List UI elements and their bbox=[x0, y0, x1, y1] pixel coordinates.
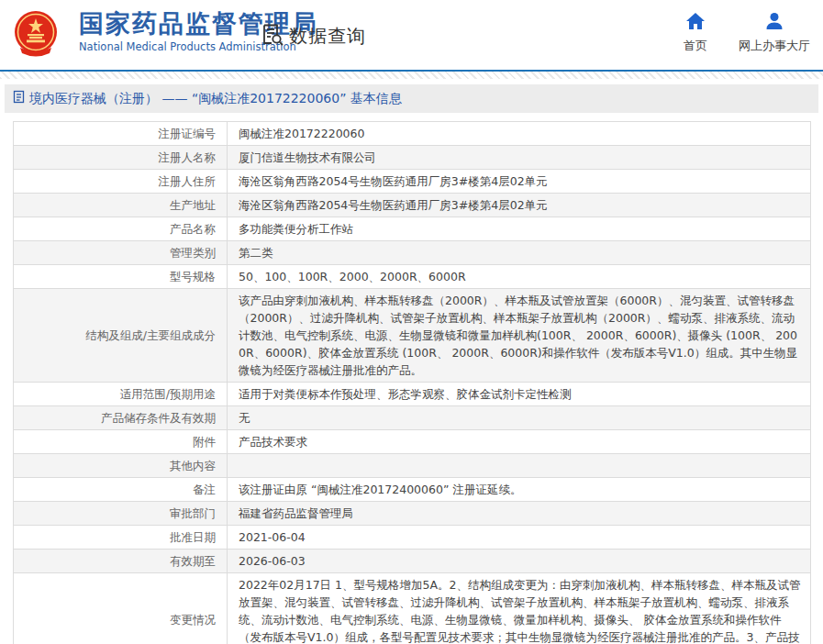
breadcrumb: 境内医疗器械（注册） —— “闽械注准20172220060” 基本信息 bbox=[5, 84, 818, 113]
row-value: 2026-06-03 bbox=[228, 550, 811, 573]
table-row: 备注该注册证由原 “闽械注准20172400060” 注册证延续。 bbox=[14, 478, 811, 502]
table-row: 产品名称多功能粪便分析工作站 bbox=[14, 217, 811, 241]
registration-info-table-wrap: 注册证编号闽械注准20172220060注册人名称厦门信道生物技术有限公司注册人… bbox=[13, 121, 811, 644]
table-row: 型号规格50、100、100R、2000、2000R、6000R bbox=[14, 265, 811, 289]
registration-info-table: 注册证编号闽械注准20172220060注册人名称厦门信道生物技术有限公司注册人… bbox=[13, 121, 811, 644]
row-label: 产品储存条件及有效期 bbox=[14, 406, 228, 430]
row-value: 适用于对粪便标本作预处理、形态学观察、胶体金试剂卡定性检测 bbox=[228, 383, 811, 406]
breadcrumb-text: 境内医疗器械（注册） —— “闽械注准20172220060” 基本信息 bbox=[29, 91, 402, 107]
row-label: 附件 bbox=[14, 430, 228, 454]
table-row: 产品储存条件及有效期无 bbox=[14, 406, 811, 430]
table-row: 适用范围/预期用途适用于对粪便标本作预处理、形态学观察、胶体金试剂卡定性检测 bbox=[14, 383, 811, 406]
nav-online-hall[interactable]: 网上办事大厅 bbox=[739, 12, 810, 54]
header-nav: 首页 网上办事大厅 bbox=[684, 12, 810, 54]
table-row: 有效期至2026-06-03 bbox=[14, 550, 811, 573]
table-row: 变更情况2022年02月17日 1、型号规格增加5A。2、结构组成变更为：由穿刺… bbox=[14, 573, 811, 644]
row-value: 多功能粪便分析工作站 bbox=[228, 217, 811, 241]
row-label: 批准日期 bbox=[14, 526, 228, 550]
document-search-icon bbox=[260, 22, 284, 50]
row-value: 厦门信道生物技术有限公司 bbox=[228, 146, 811, 170]
nav-home-label: 首页 bbox=[684, 38, 707, 54]
row-value: 无 bbox=[228, 406, 811, 430]
table-row: 管理类别第二类 bbox=[14, 241, 811, 265]
person-icon bbox=[764, 12, 784, 34]
table-row: 审批部门福建省药品监督管理局 bbox=[14, 502, 811, 526]
document-icon bbox=[13, 90, 25, 107]
table-row: 附件产品技术要求 bbox=[14, 430, 811, 454]
hatch-band bbox=[0, 72, 823, 79]
data-query-title[interactable]: 数据查询 bbox=[260, 22, 366, 50]
nav-home[interactable]: 首页 bbox=[684, 12, 707, 54]
row-label: 审批部门 bbox=[14, 502, 228, 526]
home-icon bbox=[685, 12, 706, 34]
table-row: 生产地址海沧区翁角西路2054号生物医药通用厂房3#楼第4层02单元 bbox=[14, 194, 811, 217]
page-header: 国家药品监督管理局 National Medical Products Admi… bbox=[0, 0, 823, 70]
data-query-label: 数据查询 bbox=[289, 24, 366, 49]
row-value: 产品技术要求 bbox=[228, 430, 811, 454]
info-table-body: 注册证编号闽械注准20172220060注册人名称厦门信道生物技术有限公司注册人… bbox=[14, 122, 811, 644]
row-value: 该产品由穿刺加液机构、样本瓶转移盘（2000R）、样本瓶及试管放置架（6000R… bbox=[228, 289, 811, 383]
nav-online-hall-label: 网上办事大厅 bbox=[739, 38, 810, 54]
row-value: 50、100、100R、2000、2000R、6000R bbox=[228, 265, 811, 289]
row-value bbox=[228, 454, 811, 478]
row-value: 2022年02月17日 1、型号规格增加5A。2、结构组成变更为：由穿刺加液机构… bbox=[228, 573, 811, 644]
national-emblem-icon bbox=[9, 7, 62, 61]
row-value: 海沧区翁角西路2054号生物医药通用厂房3#楼第4层02单元 bbox=[228, 170, 811, 194]
row-value: 闽械注准20172220060 bbox=[228, 122, 811, 146]
row-value: 海沧区翁角西路2054号生物医药通用厂房3#楼第4层02单元 bbox=[228, 194, 811, 217]
row-label: 生产地址 bbox=[14, 194, 228, 217]
row-label: 适用范围/预期用途 bbox=[14, 383, 228, 406]
table-row: 注册人住所海沧区翁角西路2054号生物医药通用厂房3#楼第4层02单元 bbox=[14, 170, 811, 194]
row-value: 该注册证由原 “闽械注准20172400060” 注册证延续。 bbox=[228, 478, 811, 502]
row-label: 变更情况 bbox=[14, 573, 228, 644]
row-label: 注册人住所 bbox=[14, 170, 228, 194]
row-label: 结构及组成/主要组成成分 bbox=[14, 289, 228, 383]
table-row: 注册证编号闽械注准20172220060 bbox=[14, 122, 811, 146]
row-label: 注册证编号 bbox=[14, 122, 228, 146]
row-label: 管理类别 bbox=[14, 241, 228, 265]
row-label: 注册人名称 bbox=[14, 146, 228, 170]
row-label: 型号规格 bbox=[14, 265, 228, 289]
row-label: 其他内容 bbox=[14, 454, 228, 478]
table-row: 其他内容 bbox=[14, 454, 811, 478]
table-row: 注册人名称厦门信道生物技术有限公司 bbox=[14, 146, 811, 170]
row-value: 第二类 bbox=[228, 241, 811, 265]
row-label: 备注 bbox=[14, 478, 228, 502]
table-row: 结构及组成/主要组成成分该产品由穿刺加液机构、样本瓶转移盘（2000R）、样本瓶… bbox=[14, 289, 811, 383]
row-value: 2021-06-04 bbox=[228, 526, 811, 550]
row-label: 产品名称 bbox=[14, 217, 228, 241]
table-row: 批准日期2021-06-04 bbox=[14, 526, 811, 550]
row-value: 福建省药品监督管理局 bbox=[228, 502, 811, 526]
row-label: 有效期至 bbox=[14, 550, 228, 573]
